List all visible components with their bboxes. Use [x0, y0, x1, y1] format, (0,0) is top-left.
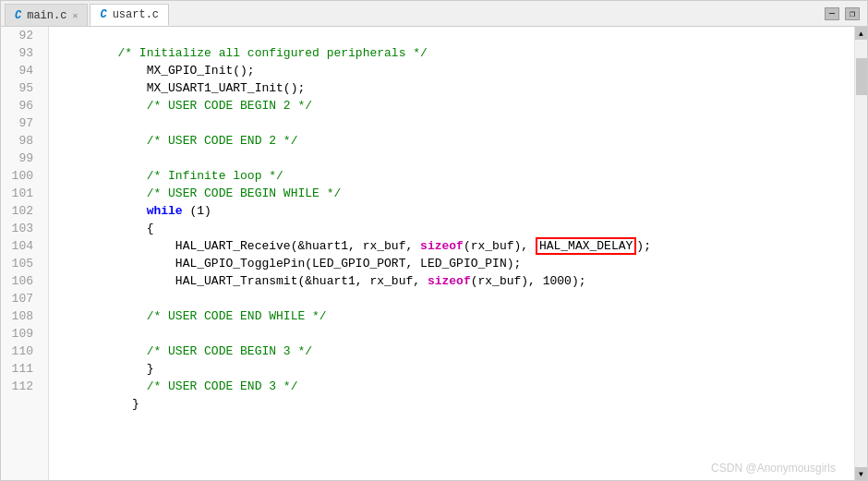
editor-window: C main.c ✕ C usart.c — ❐ 92 93 94 95 9 [0, 0, 868, 481]
comment-97: /* USER CODE END 2 */ [117, 134, 297, 148]
line-num-106: 106 [1, 272, 41, 290]
sizeof-105: sizeof [428, 274, 471, 288]
line-num-103: 103 [1, 220, 41, 237]
comment-111: /* USER CODE END 3 */ [117, 379, 297, 393]
line-num-111: 111 [1, 360, 41, 378]
scroll-up-arrow[interactable]: ▲ [855, 27, 868, 40]
code-line-107: /* USER CODE END WHILE */ [60, 290, 854, 307]
comment-109: /* USER CODE BEGIN 3 */ [117, 344, 312, 358]
line-num-102: 102 [1, 202, 41, 220]
code-line-111: /* USER CODE END 3 */ [60, 360, 854, 378]
editor-wrapper: 92 93 94 95 96 97 98 99 100 101 102 103 … [1, 27, 867, 480]
line-num-105: 105 [1, 255, 41, 272]
code-content: /* Initialize all configured peripherals… [49, 27, 854, 480]
line-num-97: 97 [1, 114, 41, 132]
line-num-92: 92 [1, 27, 41, 44]
tab-usart-c[interactable]: C usart.c [90, 4, 169, 26]
line-num-95: 95 [1, 79, 41, 97]
scroll-track [856, 40, 867, 467]
comment-99: /* Infinite loop */ [117, 169, 283, 183]
tab-icon-main-c: C [15, 9, 21, 22]
line-num-99: 99 [1, 150, 41, 167]
restore-button[interactable]: ❐ [845, 7, 860, 20]
minimize-button[interactable]: — [825, 7, 839, 20]
code-line-99: /* Infinite loop */ [60, 150, 854, 167]
scroll-down-arrow[interactable]: ▼ [855, 467, 868, 480]
tab-close-main-c[interactable]: ✕ [72, 10, 78, 21]
line-num-110: 110 [1, 343, 41, 360]
text-94: MX_USART1_UART_Init(); [117, 81, 305, 95]
text-93: MX_GPIO_Init(); [117, 64, 254, 78]
tab-icon-usart-c: C [100, 8, 106, 21]
line-num-93: 93 [1, 44, 41, 62]
restore-icon: ❐ [850, 8, 855, 19]
comment-95: /* USER CODE BEGIN 2 */ [117, 99, 312, 113]
vertical-scrollbar[interactable]: ▲ ▼ [854, 27, 867, 480]
line-num-96: 96 [1, 97, 41, 114]
line-num-112: 112 [1, 378, 41, 395]
line-num-109: 109 [1, 325, 41, 343]
comment-100: /* USER CODE BEGIN WHILE */ [117, 186, 341, 200]
comment-92: /* Initialize all configured peripherals… [117, 46, 427, 60]
hal-max-delay-highlight: HAL_MAX_DELAY [536, 237, 636, 255]
minimize-icon: — [829, 8, 835, 18]
line-num-107: 107 [1, 290, 41, 307]
line-numbers: 92 93 94 95 96 97 98 99 100 101 102 103 … [1, 27, 49, 480]
keyword-while: while [147, 204, 183, 218]
code-line-103: HAL_UART_Receive(&huart1, rx_buf, sizeof… [60, 220, 854, 237]
line-num-101: 101 [1, 185, 41, 202]
code-line-92: /* Initialize all configured peripherals… [60, 27, 854, 44]
line-num-108: 108 [1, 307, 41, 325]
title-bar: C main.c ✕ C usart.c — ❐ [1, 1, 867, 27]
comment-107: /* USER CODE END WHILE */ [117, 309, 326, 323]
line-num-98: 98 [1, 132, 41, 150]
watermark: CSDN @Anonymousgirls [711, 462, 836, 475]
tab-label-main-c: main.c [27, 9, 66, 22]
scroll-thumb[interactable] [856, 58, 867, 95]
window-controls: — ❐ [825, 7, 863, 20]
line-num-104: 104 [1, 237, 41, 255]
tab-main-c[interactable]: C main.c ✕ [5, 4, 88, 26]
sizeof-103: sizeof [420, 239, 464, 253]
tabs-area: C main.c ✕ C usart.c [5, 1, 171, 26]
line-num-94: 94 [1, 62, 41, 79]
code-line-97: /* USER CODE END 2 */ [60, 114, 854, 132]
code-line-109: /* USER CODE BEGIN 3 */ [60, 325, 854, 343]
line-num-100: 100 [1, 167, 41, 185]
tab-label-usart-c: usart.c [113, 8, 159, 21]
